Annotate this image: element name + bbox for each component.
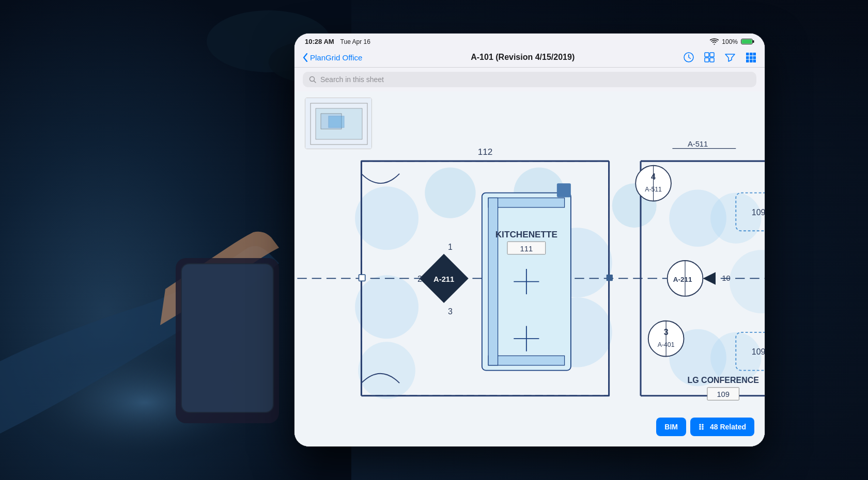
grid-button[interactable]	[745, 52, 756, 63]
svg-rect-57	[488, 198, 564, 207]
svg-text:2: 2	[417, 275, 422, 283]
svg-text:KITCHENETTE: KITCHENETTE	[495, 229, 557, 239]
svg-rect-58	[488, 356, 564, 365]
svg-text:109B: 109B	[752, 347, 765, 356]
nav-bar: PlanGrid Office A-101 (Revision 4/15/201…	[295, 50, 765, 68]
minimap[interactable]	[305, 98, 372, 149]
svg-rect-14	[710, 58, 714, 62]
svg-point-35	[358, 342, 415, 399]
layout-icon	[704, 52, 715, 63]
svg-rect-64	[607, 275, 613, 281]
svg-point-99	[699, 426, 701, 428]
svg-point-34	[355, 275, 419, 339]
battery-icon	[741, 38, 754, 45]
related-icon	[699, 423, 707, 431]
svg-rect-20	[753, 56, 756, 59]
blueprint-area[interactable]: 112 KITCHENETTE 111 LG CONFERENCE 109 A-…	[295, 91, 765, 446]
grid-icon	[745, 52, 756, 63]
svg-point-103	[702, 428, 704, 430]
svg-point-100	[699, 428, 701, 430]
svg-rect-19	[750, 56, 753, 59]
status-right: 100%	[710, 38, 754, 45]
svg-text:A-211: A-211	[433, 275, 454, 283]
layout-button[interactable]	[704, 52, 715, 63]
svg-rect-6	[182, 264, 273, 412]
svg-rect-97	[557, 183, 571, 197]
svg-point-98	[699, 424, 701, 426]
svg-rect-13	[705, 58, 709, 62]
svg-text:A-401: A-401	[658, 341, 675, 348]
status-date: Tue Apr 16	[340, 38, 370, 45]
svg-rect-16	[750, 53, 753, 56]
ipad-device: 10:28 AM Tue Apr 16 100%	[295, 34, 765, 446]
svg-text:A-511: A-511	[645, 186, 662, 193]
svg-rect-8	[742, 40, 752, 44]
svg-text:112: 112	[478, 147, 493, 157]
svg-text:3: 3	[664, 328, 669, 337]
svg-point-101	[702, 424, 704, 426]
search-input-wrap[interactable]: Search in this sheet	[303, 72, 756, 87]
search-placeholder: Search in this sheet	[320, 75, 384, 84]
svg-rect-59	[488, 198, 498, 365]
minimap-inner	[305, 98, 371, 149]
back-button[interactable]: PlanGrid Office	[303, 53, 362, 62]
svg-line-25	[314, 81, 316, 83]
status-bar: 10:28 AM Tue Apr 16 100%	[295, 34, 765, 50]
svg-rect-15	[746, 53, 749, 56]
search-bar: Search in this sheet	[295, 68, 765, 91]
svg-text:A-211: A-211	[673, 276, 692, 283]
bottom-actions: BIM 48 Related	[656, 418, 754, 436]
clock-icon	[683, 52, 694, 63]
chevron-left-icon	[303, 53, 308, 62]
svg-point-102	[702, 426, 704, 428]
svg-point-36	[425, 167, 475, 218]
svg-text:10: 10	[722, 274, 730, 282]
battery-level: 100%	[722, 38, 738, 45]
svg-rect-65	[359, 275, 365, 281]
nav-icons	[683, 52, 756, 63]
svg-rect-17	[753, 53, 756, 56]
svg-text:111: 111	[520, 245, 533, 253]
svg-text:109: 109	[717, 390, 730, 398]
svg-rect-22	[750, 60, 753, 63]
history-button[interactable]	[683, 52, 694, 63]
svg-rect-11	[705, 53, 709, 57]
svg-text:LG CONFERENCE: LG CONFERENCE	[688, 376, 760, 385]
filter-button[interactable]	[724, 52, 736, 63]
svg-text:4: 4	[651, 172, 656, 181]
related-button[interactable]: 48 Related	[690, 418, 754, 436]
svg-text:109A: 109A	[752, 208, 765, 217]
svg-rect-23	[753, 60, 756, 63]
svg-rect-21	[746, 60, 749, 63]
search-icon	[309, 76, 316, 83]
svg-rect-12	[710, 53, 714, 57]
wifi-icon	[710, 38, 719, 45]
status-time: 10:28 AM	[305, 38, 334, 45]
svg-rect-18	[746, 56, 749, 59]
svg-rect-9	[753, 40, 754, 43]
svg-text:1: 1	[448, 243, 453, 251]
nav-title: A-101 (Revision 4/15/2019)	[471, 53, 575, 62]
svg-point-33	[355, 186, 419, 250]
ipad-screen: 10:28 AM Tue Apr 16 100%	[295, 34, 765, 446]
svg-point-42	[710, 193, 761, 244]
related-label: 48 Related	[710, 423, 746, 431]
svg-text:3: 3	[448, 307, 453, 316]
filter-icon	[724, 52, 736, 63]
back-label: PlanGrid Office	[310, 53, 362, 62]
svg-text:A-511: A-511	[688, 140, 708, 148]
bim-button[interactable]: BIM	[656, 418, 686, 436]
svg-rect-30	[329, 116, 344, 127]
